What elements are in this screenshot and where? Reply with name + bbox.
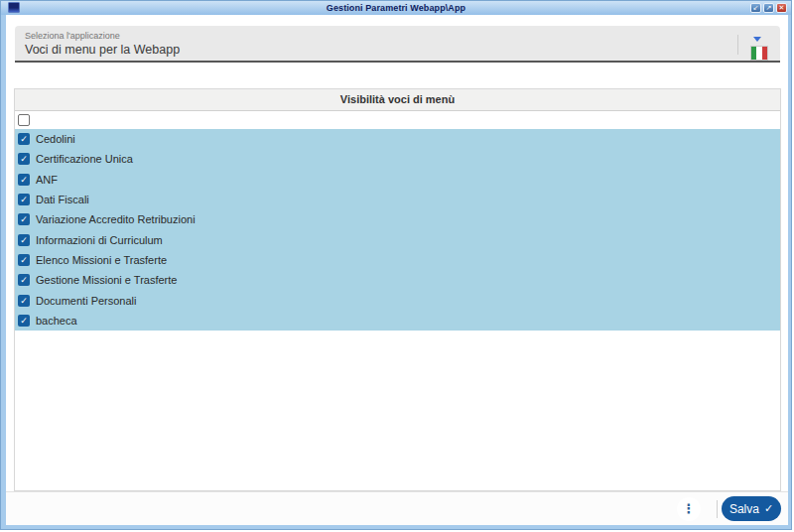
menu-item-checkbox[interactable] [18, 153, 30, 165]
menu-visibility-table: Visibilità voci di menù CedoliniCertific… [14, 88, 781, 491]
menu-item-row: Documenti Personali [15, 290, 780, 310]
italian-flag-icon [751, 47, 767, 60]
menu-item-row: Informazioni di Curriculum [15, 229, 780, 249]
menu-item-checkbox[interactable] [18, 274, 30, 286]
menu-item-label: Dati Fiscali [36, 194, 89, 205]
menu-item-label: Elenco Missioni e Trasferte [36, 254, 167, 266]
menu-item-label: Variazione Accredito Retribuzioni [36, 213, 196, 225]
footer-bar: ⋮ Salva ✓ [6, 491, 788, 525]
menu-item-row: ANF [15, 170, 780, 190]
menu-item-checkbox[interactable] [18, 234, 30, 246]
select-all-row [15, 111, 780, 129]
window-title: Gestioni Parametri Webapp\App [1, 3, 791, 13]
menu-item-row: Gestione Missioni e Trasferte [15, 270, 780, 290]
minimize-icon[interactable]: ↙ [750, 3, 761, 13]
menu-item-checkbox[interactable] [18, 213, 30, 225]
menu-item-row: Cedolini [15, 129, 780, 149]
window-content: Seleziona l'applicazione Voci di menu pe… [6, 15, 788, 525]
menu-item-label: bacheca [36, 315, 77, 327]
save-button-label: Salva [729, 502, 759, 516]
menu-item-label: Gestione Missioni e Trasferte [36, 274, 177, 286]
flag-caret-icon [753, 37, 761, 42]
titlebar: Gestioni Parametri Webapp\App ↙ ↗ ✕ [1, 1, 791, 15]
menu-item-list: CedoliniCertificazione UnicaANFDati Fisc… [15, 129, 780, 331]
menu-item-label: ANF [36, 174, 58, 186]
app-window: Gestioni Parametri Webapp\App ↙ ↗ ✕ Sele… [0, 0, 792, 530]
more-options-icon[interactable]: ⋮ [677, 497, 701, 521]
application-select-value: Voci di menu per la Webapp [25, 43, 180, 57]
application-select-label: Seleziona l'applicazione [25, 31, 120, 41]
field-divider [737, 35, 738, 55]
maximize-icon[interactable]: ↗ [763, 3, 774, 13]
app-icon [8, 2, 20, 13]
menu-item-checkbox[interactable] [18, 133, 30, 145]
menu-item-label: Cedolini [36, 133, 75, 145]
table-header: Visibilità voci di menù [15, 89, 780, 111]
window-controls: ↙ ↗ ✕ [750, 3, 787, 13]
menu-item-checkbox[interactable] [18, 295, 30, 307]
menu-item-row: Elenco Missioni e Trasferte [15, 250, 780, 270]
menu-item-checkbox[interactable] [18, 174, 30, 186]
application-select[interactable]: Seleziona l'applicazione Voci di menu pe… [15, 26, 780, 63]
menu-item-label: Documenti Personali [36, 295, 137, 307]
select-all-checkbox[interactable] [18, 114, 30, 126]
menu-item-label: Informazioni di Curriculum [36, 234, 163, 246]
footer-divider [717, 500, 718, 518]
check-icon: ✓ [764, 502, 773, 515]
menu-item-row: Certificazione Unica [15, 149, 780, 169]
close-icon[interactable]: ✕ [776, 3, 787, 13]
menu-item-row: bacheca [15, 311, 780, 331]
menu-item-label: Certificazione Unica [36, 153, 133, 165]
language-selector[interactable] [751, 36, 767, 60]
menu-item-checkbox[interactable] [18, 315, 30, 327]
menu-item-checkbox[interactable] [18, 194, 30, 205]
save-button[interactable]: Salva ✓ [722, 496, 781, 521]
menu-item-row: Variazione Accredito Retribuzioni [15, 209, 780, 229]
menu-item-row: Dati Fiscali [15, 190, 780, 209]
menu-item-checkbox[interactable] [18, 254, 30, 266]
